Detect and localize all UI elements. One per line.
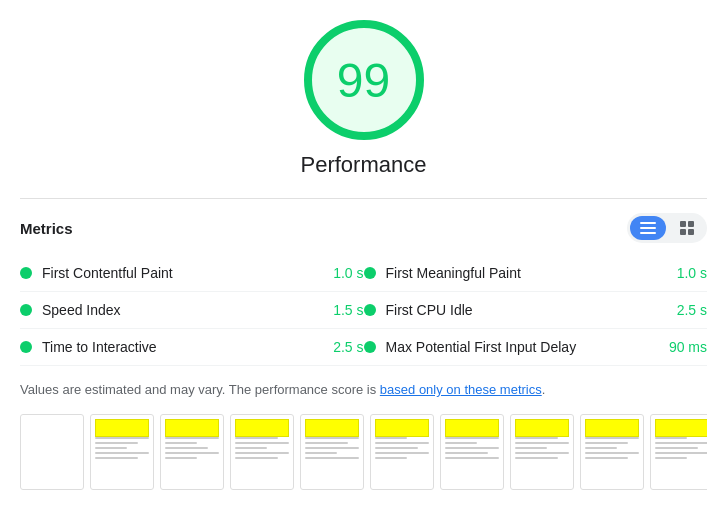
metric-name-si: Speed Index xyxy=(42,302,325,318)
svg-rect-4 xyxy=(688,221,694,227)
metric-name-fci: First CPU Idle xyxy=(386,302,669,318)
filmstrip-frame-3 xyxy=(230,414,294,490)
metrics-header: Metrics xyxy=(20,198,707,243)
metric-row-fmp: First Meaningful Paint 1.0 s xyxy=(364,255,708,292)
metric-name-fmp: First Meaningful Paint xyxy=(386,265,669,281)
filmstrip-frame-8 xyxy=(580,414,644,490)
filmstrip-frame-1 xyxy=(90,414,154,490)
metrics-note: Values are estimated and may vary. The p… xyxy=(20,380,707,400)
metric-value-tti: 2.5 s xyxy=(333,339,363,355)
filmstrip-frame-4 xyxy=(300,414,364,490)
svg-rect-0 xyxy=(640,222,656,224)
metric-name-fcp: First Contentful Paint xyxy=(42,265,325,281)
metric-dot-mpfid xyxy=(364,341,376,353)
filmstrip-frame-7 xyxy=(510,414,574,490)
metric-value-fcp: 1.0 s xyxy=(333,265,363,281)
metric-dot-fcp xyxy=(20,267,32,279)
metric-dot-si xyxy=(20,304,32,316)
note-link[interactable]: based only on these metrics xyxy=(380,382,542,397)
metric-row-mpfid: Max Potential First Input Delay 90 ms xyxy=(364,329,708,366)
filmstrip-frame-5 xyxy=(370,414,434,490)
svg-rect-6 xyxy=(688,229,694,235)
view-toggle xyxy=(627,213,707,243)
svg-rect-1 xyxy=(640,227,656,229)
svg-rect-2 xyxy=(640,232,656,234)
list-view-icon xyxy=(640,222,656,234)
filmstrip-frame-9 xyxy=(650,414,707,490)
svg-rect-3 xyxy=(680,221,686,227)
score-circle: 99 xyxy=(304,20,424,140)
grid-view-icon xyxy=(680,221,694,235)
metric-value-fmp: 1.0 s xyxy=(677,265,707,281)
metric-row-fcp: First Contentful Paint 1.0 s xyxy=(20,255,364,292)
note-text-after: . xyxy=(542,382,546,397)
filmstrip-frame-6 xyxy=(440,414,504,490)
score-container: 99 Performance xyxy=(20,20,707,178)
score-label: Performance xyxy=(301,152,427,178)
filmstrip-frame-0 xyxy=(20,414,84,490)
metric-dot-tti xyxy=(20,341,32,353)
metric-value-si: 1.5 s xyxy=(333,302,363,318)
filmstrip xyxy=(20,414,707,490)
metric-row-si: Speed Index 1.5 s xyxy=(20,292,364,329)
metric-dot-fmp xyxy=(364,267,376,279)
filmstrip-frame-2 xyxy=(160,414,224,490)
metric-name-tti: Time to Interactive xyxy=(42,339,325,355)
metric-value-fci: 2.5 s xyxy=(677,302,707,318)
score-number: 99 xyxy=(337,53,390,108)
svg-rect-5 xyxy=(680,229,686,235)
metric-row-tti: Time to Interactive 2.5 s xyxy=(20,329,364,366)
metrics-grid: First Contentful Paint 1.0 s First Meani… xyxy=(20,255,707,366)
metric-value-mpfid: 90 ms xyxy=(669,339,707,355)
metric-dot-fci xyxy=(364,304,376,316)
metrics-title: Metrics xyxy=(20,220,73,237)
note-text-before: Values are estimated and may vary. The p… xyxy=(20,382,380,397)
toggle-list-btn[interactable] xyxy=(630,216,666,240)
toggle-grid-btn[interactable] xyxy=(670,216,704,240)
metric-row-fci: First CPU Idle 2.5 s xyxy=(364,292,708,329)
metric-name-mpfid: Max Potential First Input Delay xyxy=(386,339,661,355)
